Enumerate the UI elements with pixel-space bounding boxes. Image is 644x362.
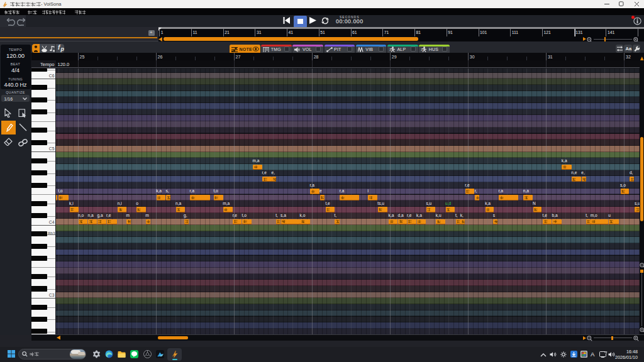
svg-text:3: 3 bbox=[389, 48, 391, 52]
svg-text:3: 3 bbox=[421, 48, 423, 52]
